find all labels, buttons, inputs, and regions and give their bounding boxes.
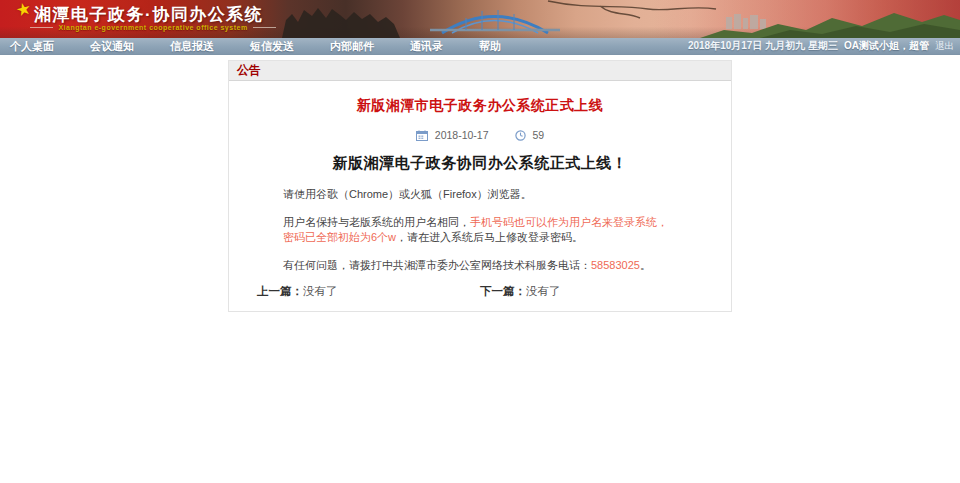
article-title: 新版湘潭市电子政务办公系统正式上线 bbox=[229, 97, 731, 115]
branch-silhouette bbox=[548, 1, 716, 18]
next-article-label: 下一篇： bbox=[480, 285, 526, 297]
nav-item-meeting-notice[interactable]: 会议通知 bbox=[80, 39, 148, 54]
city-silhouette bbox=[726, 14, 766, 29]
p2-text: 用户名保持与老版系统的用户名相同， bbox=[283, 216, 470, 228]
main-navbar: 个人桌面 会议通知 信息报送 短信发送 内部邮件 通讯录 帮助 2018年10月… bbox=[0, 38, 960, 55]
article-view-count: 59 bbox=[533, 129, 545, 141]
article-date: 2018-10-17 bbox=[435, 129, 489, 141]
subtitle-left-rule bbox=[30, 27, 53, 28]
nav-user-area: 2018年10月17日 九月初九 星期三 OA测试小姐，超管 退出 bbox=[688, 39, 960, 53]
header-banner: ★ ★ 湘潭电子政务·协同办公系统 Xiangtan e-government … bbox=[0, 0, 960, 38]
paragraph-account-note: 用户名保持与老版系统的用户名相同，手机号码也可以作为用户名来登录系统，密码已全部… bbox=[283, 215, 677, 245]
article-pager: 上一篇：没有了 下一篇：没有了 bbox=[257, 284, 703, 299]
next-article-value: 没有了 bbox=[526, 285, 561, 297]
bridge-graphic bbox=[430, 10, 560, 33]
nav-item-sms-send[interactable]: 短信发送 bbox=[240, 39, 308, 54]
current-user-name: OA测试小姐，超管 bbox=[844, 39, 929, 53]
app-subtitle: Xiangtan e-government cooperative office… bbox=[58, 24, 247, 31]
app-title: 湘潭电子政务·协同办公系统 bbox=[34, 3, 263, 26]
subtitle-right-rule bbox=[253, 27, 276, 28]
nav-menu: 个人桌面 会议通知 信息报送 短信发送 内部邮件 通讯录 帮助 bbox=[0, 39, 527, 54]
p3-tail-text: 。 bbox=[640, 259, 651, 271]
nav-item-personal-desktop[interactable]: 个人桌面 bbox=[0, 39, 68, 54]
nav-item-info-submission[interactable]: 信息报送 bbox=[160, 39, 228, 54]
announcement-panel: 公告 新版湘潭市电子政务办公系统正式上线 2018-10-17 59 新版湘潭电… bbox=[228, 60, 732, 312]
nav-item-contacts[interactable]: 通讯录 bbox=[400, 39, 457, 54]
nav-item-help[interactable]: 帮助 bbox=[469, 39, 515, 54]
app-subtitle-row: Xiangtan e-government cooperative office… bbox=[30, 24, 276, 31]
prev-article-link[interactable]: 上一篇：没有了 bbox=[257, 284, 480, 299]
prev-article-value: 没有了 bbox=[303, 285, 338, 297]
prev-article-label: 上一篇： bbox=[257, 285, 303, 297]
support-phone-number: 58583025 bbox=[591, 259, 640, 271]
article-subtitle: 新版湘潭电子政务协同办公系统正式上线！ bbox=[229, 154, 731, 173]
article-body: 请使用谷歌（Chrome）或火狐（Firefox）浏览器。 用户名保持与老版系统… bbox=[229, 173, 731, 272]
views-clock-icon bbox=[515, 130, 526, 141]
p3-text: 有任何问题，请拨打中共湘潭市委办公室网络技术科服务电话： bbox=[283, 259, 591, 271]
paragraph-browser-note: 请使用谷歌（Chrome）或火狐（Firefox）浏览器。 bbox=[283, 187, 677, 202]
firefighters-silhouette bbox=[282, 8, 400, 38]
next-article-link[interactable]: 下一篇：没有了 bbox=[480, 284, 703, 299]
nav-item-internal-mail[interactable]: 内部邮件 bbox=[320, 39, 388, 54]
paragraph-support-note: 有任何问题，请拨打中共湘潭市委办公室网络技术科服务电话：58583025。 bbox=[283, 258, 677, 273]
panel-title: 公告 bbox=[229, 61, 731, 81]
article-meta: 2018-10-17 59 bbox=[229, 129, 731, 141]
logout-button[interactable]: 退出 bbox=[935, 40, 954, 53]
current-date-text: 2018年10月17日 九月初九 星期三 bbox=[688, 39, 838, 53]
p2-tail-text: ，请在进入系统后马上修改登录密码。 bbox=[396, 231, 583, 243]
calendar-icon bbox=[416, 130, 428, 141]
